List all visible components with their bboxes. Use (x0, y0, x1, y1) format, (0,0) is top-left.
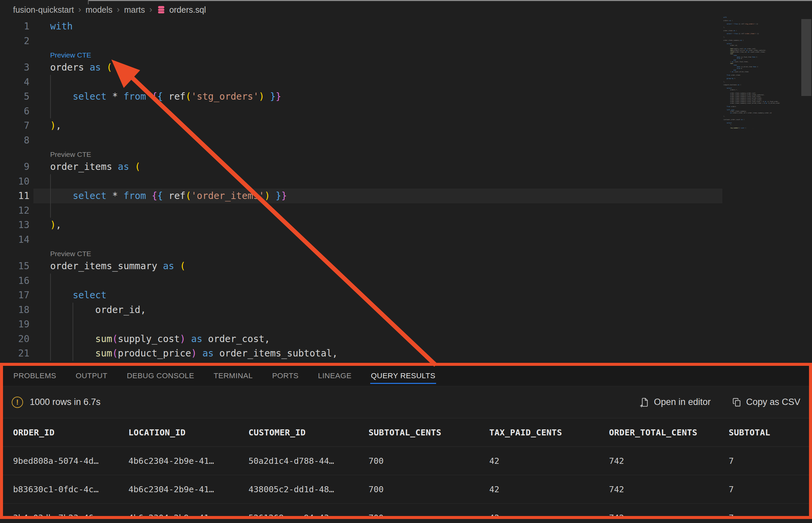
table-row[interactable]: b83630c1-0fdc-4c…4b6c2304-2b9e-41…438005… (3, 475, 809, 504)
line-number: 20 (0, 332, 30, 346)
panel-tab-label: OUTPUT (76, 372, 107, 380)
action-label: Copy as CSV (746, 397, 800, 407)
code-text: select (50, 288, 107, 303)
breadcrumb-item[interactable]: models (86, 5, 113, 15)
database-icon (157, 5, 166, 14)
panel-tab-bar: PROBLEMSOUTPUTDEBUG CONSOLETERMINALPORTS… (3, 366, 809, 386)
table-cell: 4b6c2304-2b9e-41… (128, 513, 249, 519)
breadcrumb-item[interactable]: marts (124, 5, 145, 15)
column-header[interactable]: TAX_PAID_CENTS (489, 428, 609, 437)
table-cell: 7 (729, 485, 809, 494)
table-cell: 4b6c2304-2b9e-41… (128, 456, 249, 466)
column-header[interactable]: ORDER_ID (13, 428, 128, 437)
code-text: order_items_summary as ( (50, 259, 186, 273)
codelens-row: Preview CTE (0, 147, 812, 160)
code-line: 16 (0, 273, 812, 288)
table-cell: 7 (729, 513, 809, 519)
table-cell: b83630c1-0fdc-4c… (13, 485, 128, 494)
code-line: 4 (0, 75, 812, 90)
line-number: 8 (0, 133, 30, 148)
code-line: 19 (0, 317, 812, 332)
breadcrumb-file-name: orders.sql (169, 5, 206, 15)
table-cell: 438005c2-dd1d-48… (249, 485, 368, 494)
preview-cte-codelens[interactable]: Preview CTE (50, 150, 91, 159)
panel-tab-problems[interactable]: PROBLEMS (6, 366, 63, 386)
warning-icon: ! (12, 397, 23, 408)
table-cell: 5261268c-aa94-43… (249, 513, 368, 519)
open-in-editor-button[interactable]: Open in editor (640, 397, 711, 407)
code-line: 13), (0, 218, 812, 232)
code-line: 8 (0, 133, 812, 148)
editor-scrollbar-thumb[interactable] (801, 19, 811, 96)
table-row[interactable]: 3b4a03db-7b23-46…4b6c2304-2b9e-41…526126… (3, 504, 809, 519)
table-cell: 7 (729, 456, 809, 466)
row-count-status: 1000 rows in 6.7s (30, 397, 101, 407)
code-editor[interactable]: 1with2Preview CTE3orders as (45 select *… (0, 19, 812, 361)
line-number: 14 (0, 232, 30, 247)
code-text: select * from {{ ref('order_items') }} (50, 188, 287, 203)
minimap[interactable]: with orders as ( select * from {{ ref('s… (723, 17, 800, 129)
breadcrumb-file[interactable]: orders.sql (157, 5, 206, 15)
panel-tab-terminal[interactable]: TERMINAL (207, 366, 260, 386)
codelens-row: Preview CTE (0, 48, 812, 60)
code-line: 15order_items_summary as ( (0, 259, 812, 273)
panel-tab-label: TERMINAL (214, 372, 253, 380)
breadcrumb-item[interactable]: fusion-quickstart (13, 5, 74, 15)
code-line: 14 (0, 232, 812, 247)
code-line: 7), (0, 119, 812, 133)
code-line: 5 select * from {{ ref('stg_orders') }} (0, 89, 812, 104)
panel-tab-output[interactable]: OUTPUT (69, 366, 114, 386)
results-table-header: ORDER_IDLOCATION_IDCUSTOMER_IDSUBTOTAL_C… (3, 418, 809, 447)
panel-tab-ports[interactable]: PORTS (265, 366, 306, 386)
window-top-border (88, 0, 812, 1)
line-number: 6 (0, 104, 30, 119)
code-text: order_items as ( (50, 160, 141, 174)
line-number: 19 (0, 317, 30, 332)
table-cell: 42 (489, 513, 609, 519)
line-number: 16 (0, 273, 30, 288)
line-number: 5 (0, 89, 30, 104)
code-line: 20 sum(supply_cost) as order_cost, (0, 332, 812, 346)
code-line: 2 (0, 34, 812, 49)
table-cell: 3b4a03db-7b23-46… (13, 513, 128, 519)
code-text: order_id, (50, 303, 146, 317)
line-number: 17 (0, 288, 30, 303)
line-number: 15 (0, 259, 30, 273)
line-number: 4 (0, 75, 30, 90)
table-cell: 50a2d1c4-d788-44… (249, 456, 368, 466)
column-header[interactable]: ORDER_TOTAL_CENTS (609, 428, 729, 437)
preview-cte-codelens[interactable]: Preview CTE (50, 51, 91, 59)
table-cell: 742 (609, 513, 729, 519)
line-number: 13 (0, 218, 30, 232)
panel-tab-lineage[interactable]: LINEAGE (311, 366, 359, 386)
code-line: 21 sum(product_price) as order_items_sub… (0, 346, 812, 361)
line-number: 1 (0, 19, 30, 34)
panel-tab-label: QUERY RESULTS (371, 372, 435, 380)
code-line: 11 select * from {{ ref('order_items') }… (0, 188, 812, 203)
table-cell: 700 (368, 456, 489, 466)
table-cell: 42 (489, 456, 609, 466)
code-line: 9order_items as ( (0, 160, 812, 174)
table-cell: 4b6c2304-2b9e-41… (128, 485, 249, 494)
column-header[interactable]: CUSTOMER_ID (249, 428, 368, 437)
code-text: sum(product_price) as order_items_subtot… (50, 346, 338, 361)
status-left: ! 1000 rows in 6.7s (12, 397, 101, 408)
column-header[interactable]: LOCATION_ID (128, 428, 249, 437)
code-line: 18 order_id, (0, 303, 812, 317)
breadcrumb-separator-icon: › (149, 4, 152, 15)
bottom-panel: PROBLEMSOUTPUTDEBUG CONSOLETERMINALPORTS… (0, 363, 812, 519)
code-line: 17 select (0, 288, 812, 303)
code-text: with (50, 19, 73, 34)
panel-tab-query-results[interactable]: QUERY RESULTS (364, 366, 443, 386)
column-header[interactable]: SUBTOTAL_CENTS (368, 428, 489, 437)
table-cell: 9bed808a-5074-4d… (13, 456, 128, 466)
table-cell: 700 (368, 513, 489, 519)
preview-cte-codelens[interactable]: Preview CTE (50, 250, 91, 258)
column-header[interactable]: SUBTOTAL (729, 428, 809, 437)
code-text: select * from {{ ref('stg_orders') }} (50, 89, 281, 104)
codelens-row: Preview CTE (0, 247, 812, 259)
line-number: 11 (0, 188, 30, 203)
panel-tab-debug-console[interactable]: DEBUG CONSOLE (120, 366, 201, 386)
copy-as-csv-button[interactable]: Copy as CSV (732, 397, 800, 407)
table-row[interactable]: 9bed808a-5074-4d…4b6c2304-2b9e-41…50a2d1… (3, 447, 809, 475)
